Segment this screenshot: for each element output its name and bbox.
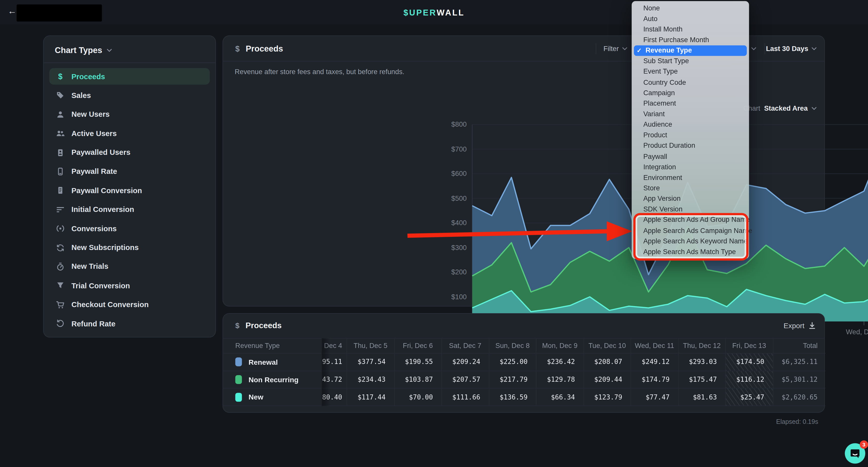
menu-item-label: Campaign [643,89,675,97]
menu-item-install-month[interactable]: Install Month [631,24,749,35]
menu-item-revenue-type[interactable]: ✓Revenue Type [634,45,747,56]
header-divider [765,43,765,54]
sidebar-item-paywall-rate[interactable]: Paywall Rate [49,163,210,180]
y-tick-label: $200 [433,268,467,276]
chart-types-dropdown[interactable]: Chart Types [44,36,215,63]
sidebar-item-active-users[interactable]: Active Users [49,125,210,142]
sidebar-item-new-trials[interactable]: New Trials [49,258,210,275]
table-cell: $249.12 [630,354,678,371]
menu-item-apple-search-ads-match-type[interactable]: Apple Search Ads Match Type [631,246,749,257]
proceeds-table-panel: $ Proceeds Export Revenue TypeDec 4Thu, … [222,313,825,413]
table-cell-total: $2,620.65 [773,389,825,406]
sidebar-item-trial-conversion[interactable]: Trial Conversion [49,277,210,294]
menu-item-sub-start-type[interactable]: Sub Start Type [631,56,749,66]
sidebar-item-proceeds[interactable]: $Proceeds [49,68,210,85]
sidebar-item-label: New Trials [71,262,108,271]
menu-item-apple-search-ads-keyword-name[interactable]: Apple Search Ads Keyword Name [631,236,749,246]
dollar-icon: $ [236,321,240,329]
sidebar-item-checkout-conversion[interactable]: Checkout Conversion [49,296,210,313]
table-cell: $25.47 [725,389,773,406]
filter-dropdown[interactable]: Filter [603,36,627,61]
table-header-thu-dec-12: Thu, Dec 12 [678,339,725,354]
chevron-down-icon [622,47,627,50]
sidebar-item-conversions[interactable]: Conversions [49,220,210,237]
menu-item-apple-search-ads-ad-group-name[interactable]: Apple Search Ads Ad Group Name [631,214,749,225]
series-swatch [236,358,242,366]
menu-item-label: First Purchase Month [643,36,709,44]
page-title: Proceeds [246,44,283,53]
sidebar-item-paywalled-users[interactable]: Paywalled Users [49,144,210,161]
table-row-label: New [223,389,322,406]
receipt-icon [56,186,65,195]
filter-label: Filter [603,45,619,53]
group-by-dropdown-chevron[interactable] [751,36,756,61]
menu-item-label: Country Code [643,78,686,86]
menu-item-store[interactable]: Store [631,183,749,193]
menu-item-none[interactable]: None [631,3,749,13]
table-cell: $209.24 [441,354,488,371]
sidebar-item-label: Refund Rate [71,320,115,328]
menu-item-product[interactable]: Product [631,130,749,141]
sidebar-item-new-users[interactable]: New Users [49,106,210,123]
export-label: Export [784,322,805,330]
menu-item-sdk-version[interactable]: SDK Version [631,204,749,215]
chat-icon [849,448,861,459]
target-icon [56,224,65,233]
proceeds-table: Revenue TypeDec 4Thu, Dec 5Fri, Dec 6Sat… [223,338,824,406]
cart-icon [56,300,65,309]
menu-item-audience[interactable]: Audience [631,119,749,130]
table-cell: $66.34 [536,389,583,406]
table-cell: $70.00 [394,389,441,406]
series-swatch [236,393,242,402]
table-cell: $175.47 [678,371,725,389]
menu-item-first-purchase-month[interactable]: First Purchase Month [631,35,749,45]
menu-item-country-code[interactable]: Country Code [631,77,749,88]
elapsed-time: Elapsed: 0.19s [753,418,818,425]
menu-item-variant[interactable]: Variant [631,109,749,119]
chevron-down-icon [107,48,112,52]
menu-item-environment[interactable]: Environment [631,172,749,183]
menu-item-apple-search-ads-campaign-name[interactable]: Apple Search Ads Campaign Name [631,225,749,236]
menu-item-label: Auto [643,15,657,23]
table-header-cut-column: Dec 4 [322,339,347,354]
y-tick-label: $100 [433,293,467,301]
menu-item-label: Apple Search Ads Campaign Name [643,227,752,235]
download-icon [809,322,815,329]
chart-type-dropdown[interactable]: Chart Stacked Area [743,105,816,112]
export-button[interactable]: Export [784,322,816,330]
table-cell: $136.59 [489,389,536,406]
y-tick-label: $500 [433,194,467,202]
menu-item-auto[interactable]: Auto [631,13,749,24]
menu-item-label: Sub Start Type [643,57,689,65]
table-cell: $217.79 [489,371,536,389]
table-cell: $225.00 [489,354,536,371]
sidebar-item-sales[interactable]: Sales [49,87,210,104]
table-cell: $129.78 [536,371,583,389]
y-tick-label: $700 [433,145,467,153]
menu-item-app-version[interactable]: App Version [631,193,749,204]
sidebar-item-refund-rate[interactable]: Refund Rate [49,315,210,332]
menu-item-integration[interactable]: Integration [631,162,749,172]
menu-item-event-type[interactable]: Event Type [631,66,749,77]
table-header-sun-dec-8: Sun, Dec 8 [489,339,536,354]
table-row-label: Non Recurring [223,371,322,389]
date-range-dropdown[interactable]: Last 30 Days [766,36,816,61]
menu-item-label: Variant [643,110,664,118]
table-header-thu-dec-5: Thu, Dec 5 [347,339,394,354]
sidebar-items: $ProceedsSalesNew UsersActive UsersPaywa… [44,63,215,332]
filter-lines-icon [56,205,65,214]
refresh-cw-icon [56,243,65,252]
user-icon [56,110,65,119]
menu-item-paywall[interactable]: Paywall [631,151,749,162]
menu-item-product-duration[interactable]: Product Duration [631,140,749,151]
chevron-down-icon [812,107,817,110]
menu-item-label: App Version [643,195,681,203]
sidebar-item-initial-conversion[interactable]: Initial Conversion [49,201,210,218]
sidebar-item-label: Trial Conversion [71,281,130,290]
series-swatch [236,375,242,384]
menu-item-placement[interactable]: Placement [631,98,749,109]
menu-item-label: Store [643,184,660,192]
menu-item-campaign[interactable]: Campaign [631,88,749,98]
sidebar-item-new-subscriptions[interactable]: New Subscriptions [49,239,210,256]
sidebar-item-paywall-conversion[interactable]: Paywall Conversion [49,182,210,199]
